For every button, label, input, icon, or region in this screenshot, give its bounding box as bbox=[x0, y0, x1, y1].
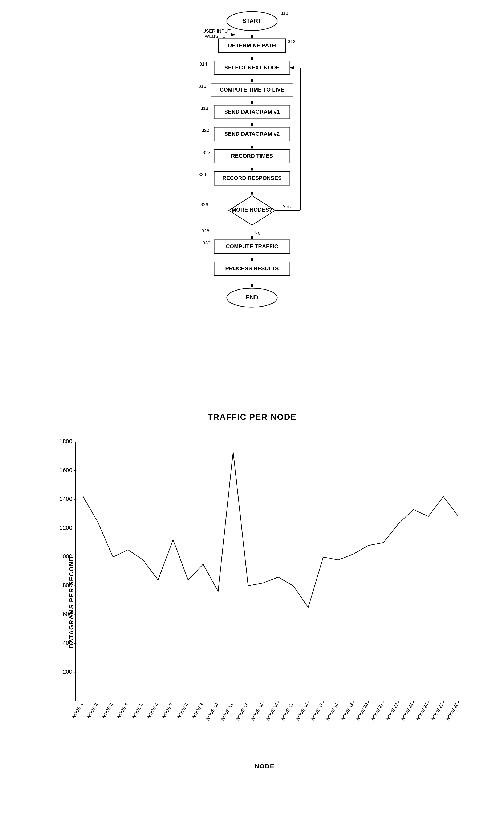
x-axis-label: NODE bbox=[59, 762, 470, 770]
flowchart-section: START 310 USER INPUT WEBSITE DETERMINE P… bbox=[0, 0, 504, 400]
svg-rect-50 bbox=[214, 262, 290, 276]
svg-text:NODE 26: NODE 26 bbox=[445, 702, 459, 721]
svg-text:NODE 13: NODE 13 bbox=[250, 702, 264, 721]
svg-point-1 bbox=[227, 12, 277, 30]
svg-text:NODE 14: NODE 14 bbox=[265, 702, 279, 721]
svg-text:330: 330 bbox=[203, 240, 210, 245]
svg-text:NODE 2: NODE 2 bbox=[86, 702, 99, 719]
svg-text:600: 600 bbox=[63, 611, 72, 617]
svg-text:NODE 10: NODE 10 bbox=[205, 702, 219, 721]
page: START 310 USER INPUT WEBSITE DETERMINE P… bbox=[0, 0, 504, 835]
svg-text:NODE 11: NODE 11 bbox=[220, 702, 234, 721]
svg-text:NODE 6: NODE 6 bbox=[146, 702, 159, 719]
svg-text:END: END bbox=[246, 294, 258, 301]
svg-text:COMPUTE TIME TO LIVE: COMPUTE TIME TO LIVE bbox=[220, 86, 284, 93]
svg-text:COMPUTE TRAFFIC: COMPUTE TRAFFIC bbox=[226, 243, 278, 249]
svg-text:NODE 23: NODE 23 bbox=[400, 702, 415, 721]
svg-text:NODE 15: NODE 15 bbox=[280, 702, 294, 721]
flowchart-container: START 310 USER INPUT WEBSITE DETERMINE P… bbox=[157, 8, 347, 398]
svg-text:328: 328 bbox=[202, 228, 209, 233]
svg-text:1200: 1200 bbox=[60, 525, 72, 531]
svg-text:SELECT NEXT NODE: SELECT NEXT NODE bbox=[224, 64, 279, 71]
svg-text:START: START bbox=[242, 18, 261, 24]
svg-rect-20 bbox=[214, 105, 290, 119]
svg-text:NODE 21: NODE 21 bbox=[370, 702, 384, 721]
svg-text:324: 324 bbox=[198, 172, 206, 177]
svg-text:NODE 9: NODE 9 bbox=[191, 702, 204, 719]
svg-text:NODE 8: NODE 8 bbox=[176, 702, 189, 719]
chart-area: DATAGRAMS PER SECOND bbox=[59, 434, 470, 770]
svg-text:NODE 17: NODE 17 bbox=[310, 702, 324, 721]
svg-text:PROCESS RESULTS: PROCESS RESULTS bbox=[225, 265, 279, 271]
svg-rect-32 bbox=[214, 171, 290, 185]
svg-rect-12 bbox=[214, 61, 290, 75]
svg-text:USER INPUT: USER INPUT bbox=[203, 28, 230, 34]
svg-text:1000: 1000 bbox=[60, 553, 72, 559]
svg-point-53 bbox=[227, 288, 277, 307]
svg-text:400: 400 bbox=[63, 639, 72, 646]
svg-text:314: 314 bbox=[199, 61, 207, 67]
svg-text:318: 318 bbox=[200, 106, 208, 111]
svg-text:NODE 18: NODE 18 bbox=[325, 702, 339, 721]
svg-text:1600: 1600 bbox=[60, 467, 72, 473]
svg-text:NODE 22: NODE 22 bbox=[385, 702, 399, 721]
svg-text:322: 322 bbox=[203, 150, 210, 155]
svg-text:Yes: Yes bbox=[282, 204, 291, 209]
svg-text:326: 326 bbox=[200, 202, 208, 207]
svg-text:312: 312 bbox=[288, 39, 296, 44]
svg-text:1800: 1800 bbox=[60, 438, 72, 445]
svg-text:800: 800 bbox=[63, 582, 72, 588]
svg-text:RECORD RESPONSES: RECORD RESPONSES bbox=[222, 175, 282, 181]
svg-text:310: 310 bbox=[280, 11, 288, 16]
svg-text:320: 320 bbox=[202, 128, 209, 133]
svg-text:NODE 19: NODE 19 bbox=[340, 702, 354, 721]
svg-text:RECORD TIMES: RECORD TIMES bbox=[231, 153, 273, 159]
svg-text:No: No bbox=[254, 230, 261, 236]
svg-rect-8 bbox=[218, 39, 286, 53]
svg-text:NODE 5: NODE 5 bbox=[131, 702, 144, 719]
svg-text:316: 316 bbox=[198, 83, 206, 89]
chart-section: TRAFFIC PER NODE DATAGRAMS PER SECOND bbox=[0, 400, 504, 791]
svg-rect-16 bbox=[211, 83, 293, 97]
svg-text:SEND  DATAGRAM #1: SEND DATAGRAM #1 bbox=[224, 108, 280, 115]
svg-text:NODE 25: NODE 25 bbox=[430, 702, 444, 721]
svg-text:NODE 7: NODE 7 bbox=[161, 702, 174, 719]
svg-text:NODE 4: NODE 4 bbox=[116, 702, 129, 719]
svg-marker-36 bbox=[229, 196, 275, 225]
svg-text:NODE 20: NODE 20 bbox=[355, 702, 369, 721]
chart-inner: 200 400 600 800 1000 1200 1400 1600 bbox=[59, 434, 470, 729]
svg-text:1400: 1400 bbox=[60, 496, 72, 502]
svg-text:NODE 1: NODE 1 bbox=[71, 702, 84, 719]
svg-rect-28 bbox=[214, 149, 290, 163]
svg-text:MORE NODES?: MORE NODES? bbox=[231, 207, 273, 213]
svg-text:NODE 12: NODE 12 bbox=[235, 702, 249, 721]
svg-rect-46 bbox=[214, 240, 290, 253]
svg-text:NODE 16: NODE 16 bbox=[295, 702, 309, 721]
chart-title: TRAFFIC PER NODE bbox=[21, 412, 483, 422]
svg-text:SEND  DATAGRAM #2: SEND DATAGRAM #2 bbox=[224, 131, 280, 137]
svg-text:NODE 3: NODE 3 bbox=[101, 702, 114, 719]
svg-text:DETERMINE PATH: DETERMINE PATH bbox=[228, 42, 276, 48]
svg-rect-24 bbox=[214, 127, 290, 141]
svg-text:NODE 24: NODE 24 bbox=[415, 702, 429, 721]
svg-text:200: 200 bbox=[63, 668, 72, 675]
svg-text:WEBSITE: WEBSITE bbox=[205, 34, 225, 39]
